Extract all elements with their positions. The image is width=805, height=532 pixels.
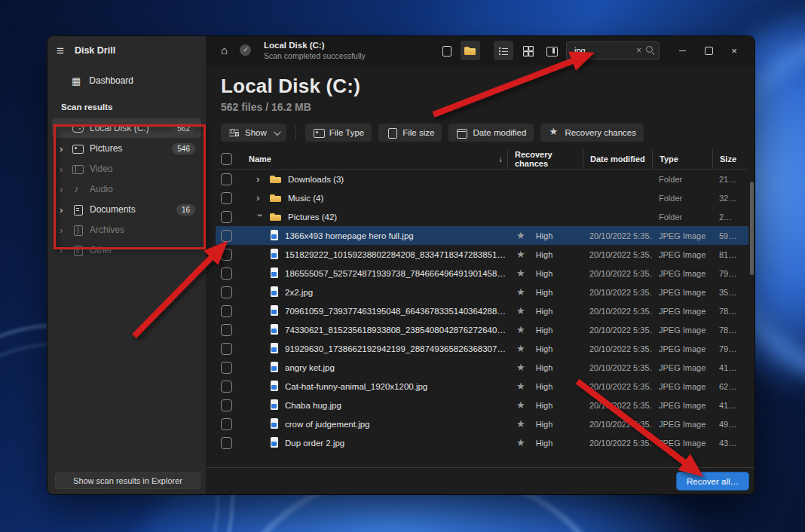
grid-view-button[interactable] xyxy=(518,41,537,60)
audio-icon xyxy=(72,184,84,194)
table-row[interactable]: › Dup order 2.jpg ★ High 20/10/2022 5:35… xyxy=(216,433,748,452)
clear-search-icon[interactable]: × xyxy=(636,46,641,55)
row-checkbox[interactable] xyxy=(221,268,232,280)
row-date-modified: 20/10/2022 5:35… xyxy=(583,250,652,259)
row-file-type: Folder xyxy=(652,175,712,184)
tree-chevron-icon[interactable]: › xyxy=(256,174,264,184)
list-view-button[interactable] xyxy=(494,41,513,60)
row-checkbox[interactable] xyxy=(221,211,232,223)
sidebar-item-dashboard[interactable]: ▦ Dashboard xyxy=(47,69,206,92)
row-name: 74330621_815235618933808_238540804287627… xyxy=(285,326,507,335)
filter-bar: Show File Type File size Date modified R… xyxy=(207,115,754,149)
row-date-modified: 20/10/2022 5:35… xyxy=(583,363,652,372)
show-scan-results-in-explorer-button[interactable]: Show scan results in Explorer xyxy=(55,472,200,489)
home-icon[interactable] xyxy=(220,45,232,56)
tree-chevron-icon[interactable]: › xyxy=(256,214,265,222)
row-checkbox[interactable] xyxy=(221,324,232,336)
jpeg-file-icon xyxy=(269,399,280,411)
table-row[interactable]: › 151829222_10159238802284208_8334718347… xyxy=(216,245,748,264)
row-name: 1366x493 homepage hero full.jpg xyxy=(285,231,414,240)
select-all-checkbox[interactable] xyxy=(221,153,232,165)
recover-all-button[interactable]: Recover all… xyxy=(677,472,748,490)
table-row[interactable]: › Pictures (42) ★ Folder 2… xyxy=(216,207,748,226)
column-header-recovery[interactable]: Recovery chances xyxy=(507,149,583,169)
title-bar: Local Disk (C:) Scan completed successfu… xyxy=(207,36,754,65)
filter-chip-date-modified[interactable]: Date modified xyxy=(448,124,534,142)
filter-chip-file-size[interactable]: File size xyxy=(378,124,442,142)
table-row[interactable]: › 74330621_815235618933808_2385408042876… xyxy=(216,320,748,339)
table-row[interactable]: › 186555057_525724871939738_784666496491… xyxy=(216,264,748,283)
column-header-type[interactable]: Type xyxy=(652,149,712,169)
row-checkbox[interactable] xyxy=(221,343,232,355)
table-row[interactable]: › Cat-hat-funny-animal_1920x1200.jpg ★ H… xyxy=(216,377,748,396)
table-row[interactable]: › angry ket.jpg ★ High 20/10/2022 5:35… … xyxy=(216,358,748,377)
show-dropdown[interactable]: Show xyxy=(221,124,286,142)
table-row[interactable]: › Music (4) ★ Folder 32… xyxy=(216,188,748,207)
recovery-chance: High xyxy=(536,269,553,278)
row-size: 35… xyxy=(712,288,748,297)
sidebar-chevron-icon[interactable]: › xyxy=(60,185,66,194)
sort-descending-icon[interactable]: ↓ xyxy=(498,154,507,164)
table-row[interactable]: › 2x2.jpg ★ High 20/10/2022 5:35… JPEG I… xyxy=(216,283,748,301)
sidebar-item-video[interactable]: › Video xyxy=(52,159,201,179)
table-row[interactable]: › 1366x493 homepage hero full.jpg ★ High… xyxy=(216,226,748,245)
sidebar-chevron-icon[interactable]: › xyxy=(60,164,66,174)
row-checkbox[interactable] xyxy=(221,399,232,411)
recovery-chance: High xyxy=(536,401,553,410)
filter-chip-label: Date modified xyxy=(473,128,526,137)
hamburger-menu-icon[interactable]: ≡ xyxy=(57,44,64,57)
column-header-size[interactable]: Size xyxy=(712,149,748,169)
file-view-button[interactable] xyxy=(436,41,456,60)
sidebar-item-count-badge: 562 xyxy=(172,123,195,134)
row-checkbox[interactable] xyxy=(221,437,232,449)
preview-pane-button[interactable] xyxy=(542,41,562,60)
search-input[interactable] xyxy=(572,46,633,55)
row-checkbox[interactable] xyxy=(221,173,232,185)
filter-chip-file-type[interactable]: File Type xyxy=(305,124,372,142)
table-row[interactable]: › crow of judgement.jpg ★ High 20/10/202… xyxy=(216,414,748,433)
close-button[interactable]: × xyxy=(721,39,747,62)
table-row[interactable]: › Downloads (3) ★ Folder 21… xyxy=(216,170,748,188)
row-name: 186555057_525724871939738_78466649649190… xyxy=(285,269,507,278)
dashboard-icon: ▦ xyxy=(72,75,81,87)
tree-chevron-icon[interactable]: › xyxy=(256,193,264,203)
sidebar-item-other[interactable]: › Other xyxy=(52,240,201,260)
row-file-type: JPEG Image xyxy=(652,382,712,391)
folder-view-button[interactable] xyxy=(461,41,480,60)
column-header-date[interactable]: Date modified xyxy=(583,149,652,169)
sidebar-item-documents[interactable]: › Documents 16 xyxy=(52,200,201,219)
table-row[interactable]: › Chaba hug.jpg ★ High 20/10/2022 5:35… … xyxy=(216,396,748,414)
recovery-chance: High xyxy=(536,307,553,316)
sidebar-item-audio[interactable]: › Audio xyxy=(52,179,201,199)
row-checkbox[interactable] xyxy=(221,286,232,298)
search-icon[interactable] xyxy=(644,45,655,56)
row-date-modified: 20/10/2022 5:35… xyxy=(583,420,652,429)
sidebar-chevron-icon[interactable]: › xyxy=(60,144,66,154)
sidebar-chevron-icon[interactable]: › xyxy=(60,246,66,255)
row-checkbox[interactable] xyxy=(221,381,232,393)
row-checkbox[interactable] xyxy=(221,305,232,317)
scrollbar-thumb[interactable] xyxy=(750,182,754,275)
row-size: 78… xyxy=(712,326,748,335)
sidebar-item-count-badge: 16 xyxy=(176,204,195,216)
sidebar-item-pictures[interactable]: › Pictures 546 xyxy=(52,139,201,158)
minimize-button[interactable] xyxy=(670,39,696,62)
filter-chip-recovery-chances[interactable]: Recovery chances xyxy=(540,124,644,142)
row-checkbox[interactable] xyxy=(221,192,232,204)
sidebar-chevron-icon[interactable]: › xyxy=(60,225,66,235)
column-header-name[interactable]: Name ↓ xyxy=(246,149,507,169)
page-title: Local Disk (C:) xyxy=(221,75,739,98)
sidebar: ≡ Disk Drill ▦ Dashboard Scan results › … xyxy=(47,36,207,494)
row-checkbox[interactable] xyxy=(221,418,232,430)
sidebar-chevron-icon[interactable]: › xyxy=(60,205,66,215)
table-row[interactable]: › 91929630_1738662192942199_288749365826… xyxy=(216,339,748,358)
maximize-button[interactable] xyxy=(696,39,721,62)
row-checkbox[interactable] xyxy=(221,362,232,374)
search-box[interactable]: × xyxy=(566,41,660,60)
sidebar-item-archives[interactable]: › Archives xyxy=(52,220,201,240)
table-row[interactable]: › 70961059_739377463195048_6643678335140… xyxy=(216,301,748,320)
sidebar-item-local-disk-c[interactable]: › Local Disk (C:) 562 xyxy=(52,118,201,138)
row-name: Downloads (3) xyxy=(288,175,344,184)
row-checkbox[interactable] xyxy=(221,249,232,261)
row-checkbox[interactable] xyxy=(221,230,232,242)
